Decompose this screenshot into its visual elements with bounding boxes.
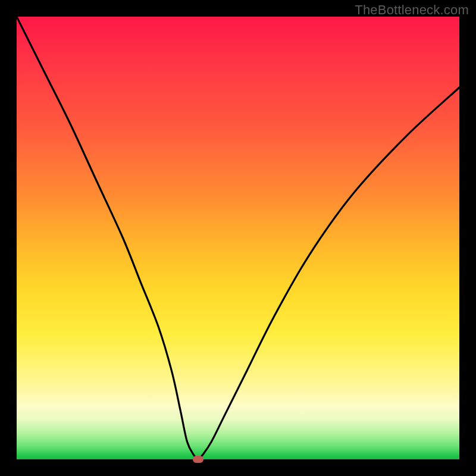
minimum-marker [193, 456, 203, 463]
chart-frame: TheBottleneck.com [0, 0, 476, 476]
bottleneck-curve [17, 17, 459, 459]
plot-area [17, 17, 459, 459]
watermark-text: TheBottleneck.com [355, 2, 469, 18]
